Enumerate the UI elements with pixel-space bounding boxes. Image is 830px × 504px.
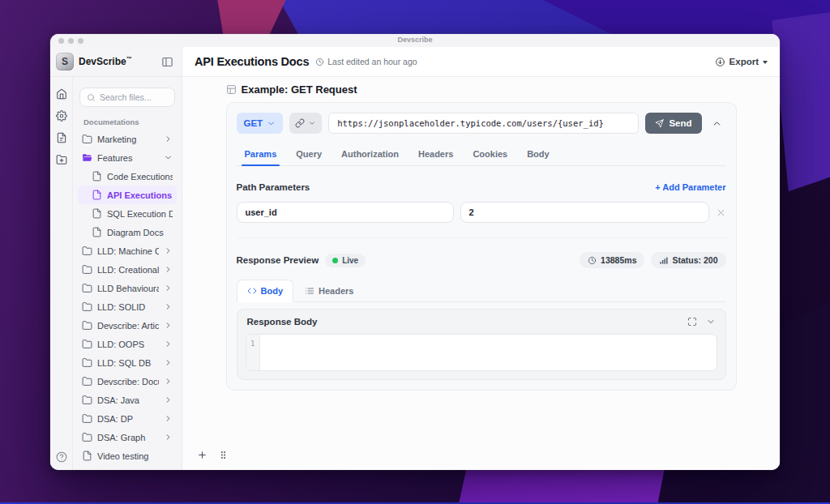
send-button[interactable]: Send — [645, 113, 701, 134]
response-tab-headers[interactable]: Headers — [295, 280, 363, 301]
live-label: Live — [342, 256, 358, 265]
add-parameter-button[interactable]: + Add Parameter — [655, 182, 725, 192]
tree-item-label: Devscribe: Article — [97, 321, 159, 331]
sidebar-toggle-icon[interactable] — [161, 56, 173, 68]
tree-item-label: Features — [97, 153, 159, 163]
tree-item[interactable]: Marketing — [78, 130, 177, 148]
param-row: user_id2 — [237, 202, 726, 223]
app-name: DevScribe™ — [79, 56, 132, 67]
tree-item[interactable]: DSA: DP — [78, 409, 177, 428]
chevron-right-icon — [164, 395, 173, 404]
response-body-editor[interactable]: 1 — [246, 334, 717, 371]
chevron-right-icon — [164, 414, 173, 423]
chevron-right-icon — [164, 377, 173, 386]
request-tabs: ParamsQueryAuthorizationHeadersCookiesBo… — [237, 143, 726, 166]
tree-item[interactable]: SQL Execution Docs — [78, 204, 177, 223]
request-tab-cookies[interactable]: Cookies — [464, 143, 516, 165]
file-tree-panel: Documetations MarketingFeaturesCode Exec… — [73, 77, 182, 470]
remove-param-icon[interactable] — [716, 207, 726, 218]
base-url-select[interactable] — [289, 113, 322, 134]
tree-item[interactable]: DSA: Java — [78, 391, 177, 409]
tree-item[interactable]: Devscribe: Docu... — [78, 372, 177, 391]
status-value: Status: 200 — [672, 255, 717, 265]
tree-item[interactable]: LLD: SOLID — [78, 297, 177, 316]
add-block-button[interactable] — [197, 450, 208, 460]
export-label: Export — [729, 57, 759, 66]
tree-item-label: LLD: SQL DB — [97, 358, 159, 368]
chevron-right-icon — [164, 246, 173, 255]
tree-item[interactable]: LLD Behavioural ... — [78, 279, 177, 297]
drag-handle-icon[interactable] — [218, 450, 229, 460]
tree-item-label: LLD: Creational DP — [97, 265, 159, 275]
chevron-up-icon — [712, 118, 722, 129]
tree-item[interactable]: Devscribe: Article — [78, 316, 177, 335]
response-tab-body[interactable]: Body — [237, 280, 294, 302]
request-bar: GET https://jsonplaceholder.typicode.com… — [237, 113, 726, 134]
request-tab-body[interactable]: Body — [519, 143, 558, 165]
page-header: API Executions Docs Last edited an hour … — [182, 47, 780, 77]
editor-content[interactable] — [260, 335, 717, 370]
tree-item[interactable]: Features — [78, 148, 177, 167]
tree-item[interactable]: API Executions Docs — [78, 186, 177, 204]
block-heading-text: Example: GET Request — [242, 83, 357, 96]
folder-icon — [82, 432, 92, 442]
sidebar: S DevScribe™ — [50, 47, 182, 470]
search-icon — [87, 93, 96, 102]
param-rows: user_id2 — [237, 202, 726, 223]
response-tab-label: Headers — [319, 286, 353, 296]
chevron-down-icon[interactable] — [706, 317, 716, 327]
tree-item[interactable]: LLD: SQL DB — [78, 353, 177, 372]
tree-item[interactable]: LLD: Machine Co... — [78, 241, 177, 260]
tree-item-label: LLD Behavioural ... — [97, 284, 159, 293]
caret-down-icon — [763, 61, 768, 64]
help-icon[interactable] — [56, 451, 67, 463]
tree-item[interactable]: DSA: Graph — [78, 428, 177, 446]
tree-item[interactable]: LLD: Creational DP — [78, 260, 177, 279]
response-time-badge: 13885ms — [580, 252, 644, 268]
request-tab-query[interactable]: Query — [288, 143, 330, 165]
request-tab-headers[interactable]: Headers — [410, 143, 461, 165]
request-tab-params[interactable]: Params — [237, 143, 285, 165]
param-value-input[interactable]: 2 — [460, 202, 709, 223]
code-icon — [247, 286, 257, 296]
response-body-header: Response Body — [237, 310, 725, 334]
chevron-right-icon — [164, 265, 173, 274]
param-key-input[interactable]: user_id — [237, 202, 454, 223]
collapse-request-button[interactable] — [708, 118, 726, 129]
icon-rail — [50, 77, 73, 470]
tree-item-label: Code Executions Docs — [107, 172, 173, 182]
request-tab-authorization[interactable]: Authorization — [333, 143, 407, 165]
folder-icon — [82, 320, 92, 331]
response-tab-label: Body — [261, 286, 284, 296]
search-box[interactable] — [79, 88, 175, 107]
document-icon[interactable] — [56, 132, 67, 143]
tree-item[interactable]: Code Executions Docs — [78, 167, 177, 186]
file-icon — [82, 451, 92, 461]
home-icon[interactable] — [56, 88, 67, 100]
chevron-right-icon — [164, 358, 173, 367]
tree-item-label: DSA: Java — [97, 395, 159, 405]
link-icon — [295, 118, 305, 128]
tree-item-label: DSA: Graph — [97, 433, 159, 442]
file-icon — [92, 208, 102, 219]
folder-icon — [82, 264, 92, 275]
method-select[interactable]: GET — [237, 113, 284, 134]
search-input[interactable] — [100, 92, 168, 102]
folder-icon — [82, 301, 92, 312]
folder-icon — [82, 339, 92, 349]
settings-gear-icon[interactable] — [56, 110, 67, 122]
signal-bars-icon — [659, 256, 668, 265]
live-badge: Live — [325, 254, 366, 267]
list-icon — [305, 286, 314, 296]
new-folder-icon[interactable] — [56, 154, 67, 165]
tree-item-label: LLD: SOLID — [97, 302, 159, 312]
sidebar-header: S DevScribe™ — [50, 47, 182, 77]
block-tools — [197, 450, 229, 460]
tree-item[interactable]: LLD: OOPS — [78, 335, 177, 353]
tree-item[interactable]: Video testing — [78, 446, 177, 465]
fullscreen-icon[interactable] — [687, 317, 697, 327]
tree-item[interactable]: Diagram Docs — [78, 223, 177, 241]
url-input[interactable]: https://jsonplaceholder.typicode.com/use… — [328, 113, 639, 134]
tree-item-label: Diagram Docs — [107, 228, 173, 237]
export-button[interactable]: Export — [715, 57, 768, 67]
